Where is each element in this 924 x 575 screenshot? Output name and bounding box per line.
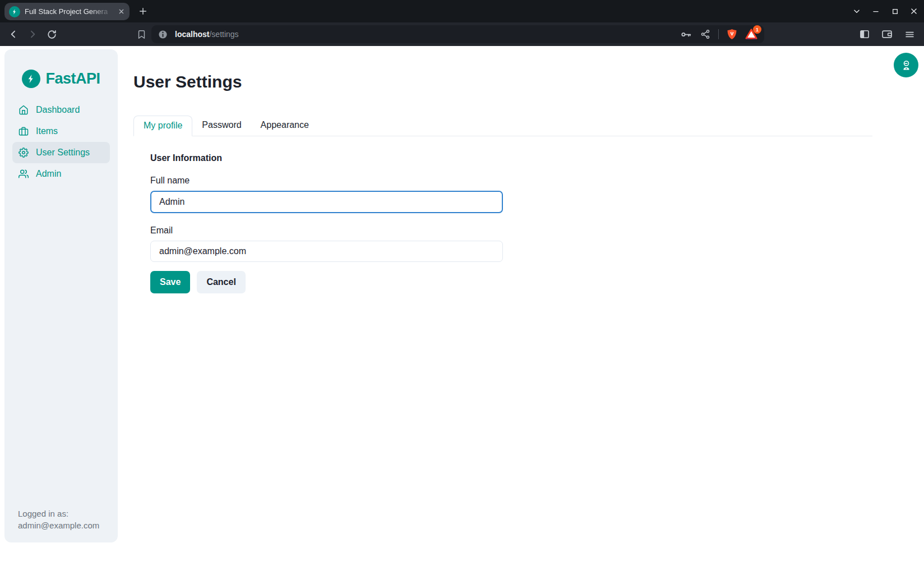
sidebar-item-label: User Settings xyxy=(36,148,90,158)
page-title: User Settings xyxy=(133,72,924,92)
key-icon[interactable] xyxy=(680,29,692,40)
tab-close-icon[interactable] xyxy=(116,7,126,17)
brave-shield-icon[interactable] xyxy=(726,29,738,40)
share-icon[interactable] xyxy=(699,29,711,40)
back-icon[interactable] xyxy=(7,27,20,41)
tab-my-profile[interactable]: My profile xyxy=(133,116,192,136)
users-icon xyxy=(19,169,29,179)
brand-name: FastAPI xyxy=(45,70,100,88)
minimize-icon[interactable] xyxy=(871,7,880,16)
cancel-button[interactable]: Cancel xyxy=(197,271,245,293)
full-name-label: Full name xyxy=(150,176,924,186)
new-tab-icon[interactable] xyxy=(137,6,149,17)
info-icon[interactable] xyxy=(158,30,168,39)
tab-title: Full Stack Project Genera xyxy=(25,7,116,16)
chevron-down-icon[interactable] xyxy=(852,7,861,16)
save-button[interactable]: Save xyxy=(150,271,190,293)
profile-panel: User Information Full name Email Save Ca… xyxy=(133,136,924,293)
gear-icon xyxy=(19,148,29,158)
logged-in-email: admin@example.com xyxy=(18,519,99,531)
brave-rewards-icon[interactable]: 1 xyxy=(745,28,757,40)
rewards-badge: 1 xyxy=(753,25,761,34)
window-close-icon[interactable] xyxy=(909,7,918,16)
tab-password[interactable]: Password xyxy=(192,116,251,136)
divider xyxy=(718,29,719,39)
url-path: /settings xyxy=(209,30,238,39)
sidebar-item-user-settings[interactable]: User Settings xyxy=(12,142,110,163)
url-text: localhost/settings xyxy=(175,30,239,39)
browser-tab[interactable]: Full Stack Project Genera xyxy=(4,3,130,20)
url-bar[interactable]: localhost/settings 1 xyxy=(151,25,764,43)
browser-window: Full Stack Project Genera xyxy=(0,0,924,575)
forward-icon[interactable] xyxy=(26,27,39,41)
fastapi-logo: FastAPI xyxy=(4,70,118,88)
sidebar-item-label: Dashboard xyxy=(36,105,80,115)
url-actions: 1 xyxy=(680,28,757,40)
briefcase-icon xyxy=(19,126,29,136)
url-host: localhost xyxy=(175,30,209,39)
sidebar: FastAPI Dashboard Items xyxy=(4,49,118,542)
logged-in-info: Logged in as: admin@example.com xyxy=(18,508,99,531)
maximize-icon[interactable] xyxy=(890,7,899,16)
sidebar-item-label: Items xyxy=(36,126,58,136)
sidebar-item-items[interactable]: Items xyxy=(12,121,110,142)
tab-list: My profile Password Appearance xyxy=(133,116,872,136)
page-content: FastAPI Dashboard Items xyxy=(0,46,924,575)
main-content: User Settings My profile Password Appear… xyxy=(118,46,924,575)
fastapi-bolt-icon xyxy=(22,70,40,88)
form-actions: Save Cancel xyxy=(150,271,924,293)
full-name-field[interactable] xyxy=(150,191,503,213)
window-controls xyxy=(852,0,918,22)
wallet-icon[interactable] xyxy=(880,27,894,41)
email-label: Email xyxy=(150,226,924,236)
sidebar-item-label: Admin xyxy=(36,169,61,179)
bookmark-icon[interactable] xyxy=(135,28,147,40)
browser-toolbar: localhost/settings 1 xyxy=(0,22,924,46)
tab-appearance[interactable]: Appearance xyxy=(251,116,318,136)
menu-icon[interactable] xyxy=(903,27,916,41)
email-field[interactable] xyxy=(150,241,503,262)
sidebar-item-dashboard[interactable]: Dashboard xyxy=(12,99,110,121)
sidebar-nav: Dashboard Items User Settings xyxy=(12,99,110,185)
logged-in-label: Logged in as: xyxy=(18,508,99,519)
home-icon xyxy=(19,105,29,115)
browser-titlebar: Full Stack Project Genera xyxy=(0,0,924,22)
toolbar-right xyxy=(858,22,916,46)
sidebar-toggle-icon[interactable] xyxy=(858,27,871,41)
favicon-bolt-icon xyxy=(9,6,20,17)
nav-buttons xyxy=(7,22,58,46)
reload-icon[interactable] xyxy=(45,27,58,41)
section-title: User Information xyxy=(150,153,924,163)
sidebar-item-admin[interactable]: Admin xyxy=(12,163,110,185)
